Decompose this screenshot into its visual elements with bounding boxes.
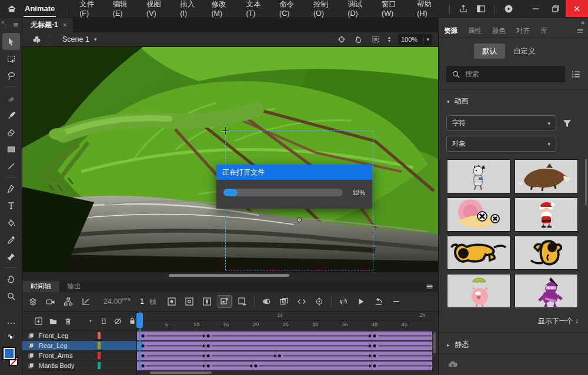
asset-thumbnail-mummy-character[interactable]: [447, 159, 510, 193]
span-toggle-button[interactable]: [295, 295, 309, 308]
asset-thumbnail-ninja-character[interactable]: [514, 274, 578, 308]
character-dropdown[interactable]: 字符 ▾: [446, 115, 556, 131]
add-folder-icon[interactable]: [49, 317, 58, 326]
play-button[interactable]: [354, 295, 368, 308]
panel-menu-icon[interactable]: [576, 27, 584, 35]
hand-tool[interactable]: [2, 270, 20, 287]
toolbar-menu-icon[interactable]: [12, 21, 19, 28]
fps-display[interactable]: 24.00FPS: [103, 297, 131, 306]
timeline-tracks[interactable]: [137, 331, 432, 372]
current-frame-display[interactable]: 1: [140, 297, 144, 306]
text-tool[interactable]: [2, 197, 20, 214]
animation-section-header[interactable]: ▾ 动画: [447, 96, 469, 106]
menu-编辑(E)[interactable]: 编辑(E): [106, 0, 140, 18]
asset-thumbnail-pig-parachute-character[interactable]: [447, 274, 510, 308]
static-section-header[interactable]: ▸ 静态: [447, 340, 469, 350]
camera-button[interactable]: [44, 295, 58, 308]
asset-thumbnail-dog-sitting-character[interactable]: [514, 236, 578, 270]
visibility-column-icon[interactable]: [113, 317, 122, 326]
edit-multiple-frames-button[interactable]: [277, 295, 291, 308]
menu-文件(F)[interactable]: 文件(F): [73, 0, 106, 18]
layer-row[interactable]: Rear_Leg: [22, 341, 136, 351]
highlight-column-icon[interactable]: [87, 317, 94, 324]
panel-tab-属性[interactable]: 属性: [463, 26, 487, 35]
scene-chevron-icon[interactable]: ▾: [94, 36, 97, 42]
eyedropper-tool[interactable]: [2, 231, 20, 248]
rotation-hand-icon[interactable]: [354, 35, 363, 44]
symbol-clover-icon[interactable]: [32, 35, 42, 45]
menu-插入(I)[interactable]: 插入(I): [173, 0, 205, 18]
menu-帮助(H)[interactable]: 帮助(H): [410, 0, 445, 18]
mode-custom[interactable]: 自定义: [505, 43, 544, 59]
tab-timeline[interactable]: 时间轴: [22, 281, 59, 292]
color-swatches[interactable]: [1, 347, 21, 370]
workspace-icon[interactable]: [472, 0, 490, 18]
tracks-horizontal-scrollbar[interactable]: [150, 371, 212, 374]
panel-tab-对齐[interactable]: 对齐: [511, 26, 535, 35]
fluid-brush-tool[interactable]: [2, 89, 20, 106]
outline-column-icon[interactable]: [100, 317, 108, 325]
layer-row[interactable]: Front_Leg: [22, 331, 136, 341]
panel-tab-库[interactable]: 库: [535, 26, 553, 35]
panel-scrollbar[interactable]: [585, 159, 587, 206]
more-tools-button[interactable]: [2, 314, 20, 332]
graph-editor-button[interactable]: [79, 295, 93, 308]
swap-colors-icon[interactable]: [2, 332, 20, 343]
search-input[interactable]: [465, 70, 542, 78]
insert-keyframe-button[interactable]: [165, 295, 179, 308]
layer-parenting-button[interactable]: [61, 295, 75, 308]
clip-content-icon[interactable]: [371, 35, 380, 44]
insert-blank-keyframe-button[interactable]: [182, 295, 196, 308]
layer-row[interactable]: Front_Arms: [22, 351, 136, 361]
zoom-level-control[interactable]: 100% ▾: [398, 34, 432, 45]
zoom-out-timeline-button[interactable]: [389, 295, 403, 308]
home-icon[interactable]: [7, 4, 16, 14]
playhead[interactable]: [136, 313, 143, 328]
center-stage-icon[interactable]: [337, 35, 346, 44]
layer-row[interactable]: Mantis Body: [22, 361, 136, 371]
rectangle-tool[interactable]: [2, 140, 20, 158]
menu-控制(O)[interactable]: 控制(O): [307, 0, 341, 18]
restore-button[interactable]: [546, 0, 566, 17]
filter-icon[interactable]: [562, 118, 572, 128]
auto-keyframe-button[interactable]: [218, 295, 232, 308]
upload-asset-icon[interactable]: [448, 360, 457, 369]
list-view-icon[interactable]: [571, 69, 581, 79]
stage-canvas[interactable]: 正在打开文件 12%: [22, 47, 438, 272]
asset-thumbnail-dog-crawling-character[interactable]: [447, 236, 510, 270]
step-back-button[interactable]: [372, 295, 386, 308]
minimize-button[interactable]: [526, 0, 546, 17]
layer-color-swatch[interactable]: [98, 352, 101, 359]
tab-close-icon[interactable]: ×: [63, 21, 67, 29]
selection-tool[interactable]: [2, 33, 20, 50]
tab-output[interactable]: 输出: [59, 281, 89, 292]
menu-命令(C)[interactable]: 命令(C): [273, 0, 307, 18]
menu-视图(V)[interactable]: 视图(V): [140, 0, 173, 18]
asset-thumbnail-wolf-character[interactable]: [514, 159, 578, 193]
zoom-chevron-icon[interactable]: ▾: [426, 36, 429, 42]
object-dropdown[interactable]: 对象 ▾: [446, 136, 556, 152]
line-tool[interactable]: [2, 158, 20, 175]
timeline-ruler[interactable]: 510152025303540451s2s: [137, 312, 438, 331]
insert-frame-button[interactable]: [200, 295, 214, 308]
tracks-vertical-scrollbar[interactable]: [433, 332, 436, 353]
paint-bucket-tool[interactable]: [2, 214, 20, 231]
layer-color-swatch[interactable]: [98, 342, 101, 349]
asset-warp-tool[interactable]: [2, 248, 20, 265]
menu-修改(M)[interactable]: 修改(M): [205, 0, 239, 18]
pen-tool[interactable]: [2, 180, 20, 197]
stage-horizontal-scrollbar[interactable]: [169, 274, 289, 277]
share-icon[interactable]: [455, 0, 472, 18]
remove-frames-button[interactable]: [235, 295, 249, 308]
transformation-point-icon[interactable]: [297, 217, 302, 222]
scene-name[interactable]: Scene 1: [62, 35, 89, 43]
classic-brush-tool[interactable]: [2, 106, 20, 123]
fill-color-swatch[interactable]: [2, 347, 16, 360]
lock-column-icon[interactable]: [128, 317, 136, 325]
panel-tab-颜色[interactable]: 颜色: [487, 26, 511, 35]
show-next-link[interactable]: 显示下一个 ↓: [538, 316, 579, 326]
lasso-tool[interactable]: [2, 67, 20, 84]
asset-thumbnail-snail-character[interactable]: [447, 197, 510, 232]
menu-调试(D)[interactable]: 调试(D): [341, 0, 375, 18]
center-playhead-button[interactable]: [312, 295, 326, 308]
